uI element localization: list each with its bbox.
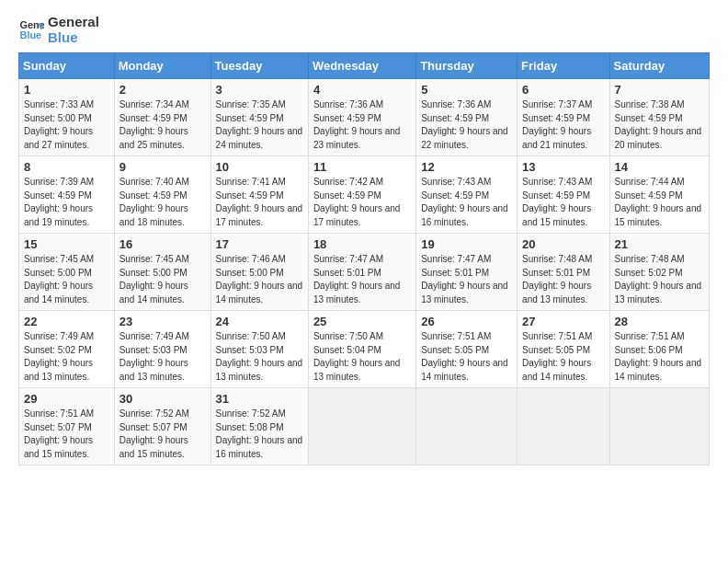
day-info: Sunrise: 7:50 AMSunset: 5:03 PMDaylight:…: [216, 330, 303, 384]
day-cell-1: 1Sunrise: 7:33 AMSunset: 5:00 PMDaylight…: [19, 79, 115, 156]
day-cell-2: 2Sunrise: 7:34 AMSunset: 4:59 PMDaylight…: [114, 79, 210, 156]
day-cell-18: 18Sunrise: 7:47 AMSunset: 5:01 PMDayligh…: [308, 234, 415, 311]
day-number: 1: [24, 83, 109, 97]
day-number: 27: [522, 315, 604, 328]
empty-cell: [416, 388, 518, 465]
calendar-header-row: SundayMondayTuesdayWednesdayThursdayFrid…: [19, 53, 710, 79]
day-cell-11: 11Sunrise: 7:42 AMSunset: 4:59 PMDayligh…: [308, 156, 415, 234]
day-number: 14: [615, 160, 704, 174]
svg-text:Blue: Blue: [20, 29, 42, 40]
day-info: Sunrise: 7:49 AMSunset: 5:03 PMDaylight:…: [119, 330, 206, 384]
day-cell-3: 3Sunrise: 7:35 AMSunset: 4:59 PMDaylight…: [210, 79, 308, 156]
day-number: 30: [119, 392, 206, 406]
day-cell-17: 17Sunrise: 7:46 AMSunset: 5:00 PMDayligh…: [210, 234, 308, 311]
day-cell-13: 13Sunrise: 7:43 AMSunset: 4:59 PMDayligh…: [518, 156, 609, 234]
day-info: Sunrise: 7:43 AMSunset: 4:59 PMDaylight:…: [522, 176, 604, 229]
day-info: Sunrise: 7:51 AMSunset: 5:06 PMDaylight:…: [615, 330, 704, 384]
day-cell-19: 19Sunrise: 7:47 AMSunset: 5:01 PMDayligh…: [416, 234, 518, 311]
day-cell-6: 6Sunrise: 7:37 AMSunset: 4:59 PMDaylight…: [518, 79, 609, 156]
day-info: Sunrise: 7:33 AMSunset: 5:00 PMDaylight:…: [24, 98, 109, 152]
day-cell-7: 7Sunrise: 7:38 AMSunset: 4:59 PMDaylight…: [609, 79, 709, 156]
col-header-wednesday: Wednesday: [308, 53, 415, 79]
day-info: Sunrise: 7:45 AMSunset: 5:00 PMDaylight:…: [119, 253, 206, 306]
day-info: Sunrise: 7:50 AMSunset: 5:04 PMDaylight:…: [313, 330, 411, 384]
day-number: 5: [421, 83, 512, 97]
day-info: Sunrise: 7:51 AMSunset: 5:05 PMDaylight:…: [421, 330, 512, 384]
col-header-thursday: Thursday: [416, 53, 518, 79]
day-cell-8: 8Sunrise: 7:39 AMSunset: 4:59 PMDaylight…: [19, 156, 115, 234]
day-info: Sunrise: 7:37 AMSunset: 4:59 PMDaylight:…: [522, 98, 604, 152]
col-header-monday: Monday: [114, 53, 210, 79]
col-header-sunday: Sunday: [19, 53, 115, 79]
day-number: 28: [615, 315, 704, 328]
calendar-week-3: 22Sunrise: 7:49 AMSunset: 5:02 PMDayligh…: [19, 311, 710, 388]
day-number: 20: [522, 237, 604, 251]
day-info: Sunrise: 7:42 AMSunset: 4:59 PMDaylight:…: [313, 176, 411, 229]
day-cell-27: 27Sunrise: 7:51 AMSunset: 5:05 PMDayligh…: [518, 311, 609, 388]
day-cell-22: 22Sunrise: 7:49 AMSunset: 5:02 PMDayligh…: [19, 311, 115, 388]
day-number: 7: [615, 83, 704, 97]
day-number: 12: [421, 160, 512, 174]
logo-icon: General Blue: [18, 17, 44, 43]
day-number: 6: [522, 83, 604, 97]
day-number: 10: [216, 160, 303, 174]
day-info: Sunrise: 7:44 AMSunset: 4:59 PMDaylight:…: [615, 176, 704, 229]
day-info: Sunrise: 7:36 AMSunset: 4:59 PMDaylight:…: [421, 98, 512, 152]
day-number: 17: [216, 237, 303, 251]
calendar-week-2: 15Sunrise: 7:45 AMSunset: 5:00 PMDayligh…: [19, 234, 710, 311]
day-cell-21: 21Sunrise: 7:48 AMSunset: 5:02 PMDayligh…: [609, 234, 709, 311]
day-cell-29: 29Sunrise: 7:51 AMSunset: 5:07 PMDayligh…: [19, 388, 115, 465]
day-number: 4: [313, 83, 411, 97]
day-number: 25: [313, 315, 411, 328]
calendar-week-4: 29Sunrise: 7:51 AMSunset: 5:07 PMDayligh…: [19, 388, 710, 465]
day-number: 26: [421, 315, 512, 328]
calendar-page: General Blue General Blue SundayMondayTu…: [0, 0, 728, 475]
empty-cell: [518, 388, 609, 465]
day-info: Sunrise: 7:48 AMSunset: 5:02 PMDaylight:…: [615, 253, 704, 306]
calendar-week-1: 8Sunrise: 7:39 AMSunset: 4:59 PMDaylight…: [19, 156, 710, 234]
empty-cell: [308, 388, 415, 465]
day-number: 18: [313, 237, 411, 251]
logo-general: General: [48, 15, 99, 30]
day-info: Sunrise: 7:47 AMSunset: 5:01 PMDaylight:…: [421, 253, 512, 306]
day-cell-28: 28Sunrise: 7:51 AMSunset: 5:06 PMDayligh…: [609, 311, 709, 388]
day-info: Sunrise: 7:36 AMSunset: 4:59 PMDaylight:…: [313, 98, 411, 152]
calendar-table: SundayMondayTuesdayWednesdayThursdayFrid…: [18, 52, 710, 465]
calendar-week-0: 1Sunrise: 7:33 AMSunset: 5:00 PMDaylight…: [19, 79, 710, 156]
day-cell-20: 20Sunrise: 7:48 AMSunset: 5:01 PMDayligh…: [518, 234, 609, 311]
day-number: 29: [24, 392, 109, 406]
day-info: Sunrise: 7:38 AMSunset: 4:59 PMDaylight:…: [615, 98, 704, 152]
day-info: Sunrise: 7:52 AMSunset: 5:08 PMDaylight:…: [216, 408, 303, 461]
day-cell-5: 5Sunrise: 7:36 AMSunset: 4:59 PMDaylight…: [416, 79, 518, 156]
day-info: Sunrise: 7:49 AMSunset: 5:02 PMDaylight:…: [24, 330, 109, 384]
day-number: 31: [216, 392, 303, 406]
col-header-tuesday: Tuesday: [210, 53, 308, 79]
col-header-saturday: Saturday: [609, 53, 709, 79]
empty-cell: [609, 388, 709, 465]
col-header-friday: Friday: [518, 53, 609, 79]
day-cell-26: 26Sunrise: 7:51 AMSunset: 5:05 PMDayligh…: [416, 311, 518, 388]
logo-blue: Blue: [48, 30, 99, 46]
day-cell-4: 4Sunrise: 7:36 AMSunset: 4:59 PMDaylight…: [308, 79, 415, 156]
day-cell-30: 30Sunrise: 7:52 AMSunset: 5:07 PMDayligh…: [114, 388, 210, 465]
day-info: Sunrise: 7:39 AMSunset: 4:59 PMDaylight:…: [24, 176, 109, 229]
day-number: 3: [216, 83, 303, 97]
day-number: 21: [615, 237, 704, 251]
day-cell-16: 16Sunrise: 7:45 AMSunset: 5:00 PMDayligh…: [114, 234, 210, 311]
day-cell-10: 10Sunrise: 7:41 AMSunset: 4:59 PMDayligh…: [210, 156, 308, 234]
day-info: Sunrise: 7:51 AMSunset: 5:05 PMDaylight:…: [522, 330, 604, 384]
day-cell-9: 9Sunrise: 7:40 AMSunset: 4:59 PMDaylight…: [114, 156, 210, 234]
day-info: Sunrise: 7:45 AMSunset: 5:00 PMDaylight:…: [24, 253, 109, 306]
day-number: 24: [216, 315, 303, 328]
day-info: Sunrise: 7:48 AMSunset: 5:01 PMDaylight:…: [522, 253, 604, 306]
day-cell-14: 14Sunrise: 7:44 AMSunset: 4:59 PMDayligh…: [609, 156, 709, 234]
day-number: 8: [24, 160, 109, 174]
day-info: Sunrise: 7:51 AMSunset: 5:07 PMDaylight:…: [24, 408, 109, 461]
day-number: 23: [119, 315, 206, 328]
day-cell-12: 12Sunrise: 7:43 AMSunset: 4:59 PMDayligh…: [416, 156, 518, 234]
day-info: Sunrise: 7:35 AMSunset: 4:59 PMDaylight:…: [216, 98, 303, 152]
header: General Blue General Blue: [18, 15, 710, 45]
day-info: Sunrise: 7:34 AMSunset: 4:59 PMDaylight:…: [119, 98, 206, 152]
logo: General Blue General Blue: [18, 15, 99, 45]
day-number: 22: [24, 315, 109, 328]
